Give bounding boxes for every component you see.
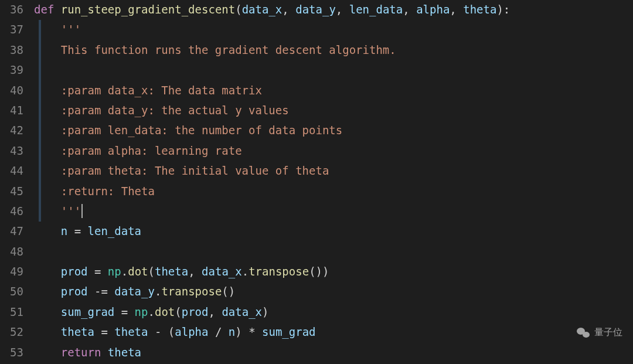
docstring-text: :param alpha: learning rate	[61, 144, 242, 157]
variable: sum_grad	[262, 325, 316, 338]
line-number: 49	[0, 262, 23, 282]
module: np	[108, 265, 121, 278]
line-number: 52	[0, 322, 23, 342]
variable: n	[229, 325, 235, 338]
code-editor[interactable]: 36 37 38 39 40 41 42 43 44 45 46 47 48 4…	[0, 0, 633, 364]
variable: alpha	[175, 325, 208, 338]
code-line[interactable]: '''	[34, 20, 633, 40]
line-number: 44	[0, 161, 23, 181]
variable: theta	[114, 325, 148, 338]
code-line[interactable]: return theta	[34, 343, 633, 363]
param: data_y	[295, 3, 336, 16]
variable: data_y	[114, 285, 155, 298]
line-number: 41	[0, 101, 23, 121]
variable: n	[61, 224, 67, 237]
param: alpha	[416, 3, 450, 16]
variable: theta	[61, 325, 94, 338]
code-line[interactable]: :param alpha: learning rate	[34, 141, 633, 161]
text-cursor	[81, 204, 83, 218]
code-line[interactable]: sum_grad = np.dot(prod, data_x)	[34, 302, 633, 322]
method: transpose	[161, 285, 222, 298]
docstring-text: :param data_x: The data matrix	[61, 84, 262, 97]
line-number: 36	[0, 0, 23, 20]
watermark-text: 量子位	[594, 324, 622, 341]
function-name: run_steep_gradient_descent	[61, 3, 235, 16]
keyword-def: def	[34, 3, 54, 16]
docstring-text: :param len_data: the number of data poin…	[61, 124, 342, 137]
docstring-open: '''	[61, 23, 81, 36]
docstring-text: :param data_y: the actual y values	[61, 104, 289, 117]
variable: prod	[61, 285, 88, 298]
line-number: 51	[0, 302, 23, 322]
variable: prod	[61, 265, 88, 278]
param: theta	[463, 3, 496, 16]
code-line[interactable]: :param data_x: The data matrix	[34, 81, 633, 101]
line-number: 43	[0, 141, 23, 161]
line-number: 48	[0, 242, 23, 262]
line-number: 39	[0, 60, 23, 80]
code-line[interactable]: n = len_data	[34, 222, 633, 241]
code-line[interactable]: prod -= data_y.transpose()	[34, 282, 633, 302]
line-number: 42	[0, 121, 23, 141]
code-line[interactable]: prod = np.dot(theta, data_x.transpose())	[34, 262, 633, 282]
module: np	[135, 305, 148, 318]
code-line[interactable]: :param len_data: the number of data poin…	[34, 121, 633, 141]
code-line[interactable]: This function runs the gradient descent …	[34, 40, 633, 60]
code-line[interactable]: theta = theta - (alpha / n) * sum_grad	[34, 322, 633, 342]
keyword-return: return	[61, 346, 101, 359]
docstring-text: :return: Theta	[61, 185, 155, 198]
param: len_data	[349, 3, 403, 16]
wechat-icon	[577, 327, 590, 338]
line-number: 38	[0, 40, 23, 60]
variable: data_x	[202, 265, 242, 278]
variable: theta	[155, 265, 188, 278]
line-number: 40	[0, 81, 23, 101]
watermark: 量子位	[577, 324, 622, 341]
code-area[interactable]: def run_steep_gradient_descent(data_x, d…	[32, 0, 633, 364]
code-line[interactable]	[34, 60, 633, 80]
line-number: 37	[0, 20, 23, 40]
code-line[interactable]: :param data_y: the actual y values	[34, 101, 633, 121]
code-line[interactable]	[34, 242, 633, 262]
variable: data_x	[222, 305, 262, 318]
code-line[interactable]: def run_steep_gradient_descent(data_x, d…	[34, 0, 633, 20]
docstring-text: :param theta: The initial value of theta	[61, 164, 329, 177]
variable: len_data	[88, 224, 142, 237]
param: data_x	[242, 3, 283, 16]
variable: prod	[182, 305, 209, 318]
code-line[interactable]: '''	[34, 202, 633, 222]
method: dot	[128, 265, 148, 278]
line-number: 45	[0, 182, 23, 202]
variable: theta	[108, 346, 141, 359]
line-number: 47	[0, 222, 23, 241]
code-line[interactable]: :return: Theta	[34, 182, 633, 202]
line-number-gutter: 36 37 38 39 40 41 42 43 44 45 46 47 48 4…	[0, 0, 32, 364]
variable: sum_grad	[61, 305, 115, 318]
method: transpose	[249, 265, 309, 278]
docstring-text: This function runs the gradient descent …	[61, 43, 396, 56]
docstring-close: '''	[61, 205, 81, 217]
fold-indicator	[39, 20, 41, 222]
line-number: 50	[0, 282, 23, 302]
line-number: 53	[0, 343, 23, 363]
line-number: 46	[0, 202, 23, 222]
method: dot	[155, 305, 175, 318]
code-line[interactable]: :param theta: The initial value of theta	[34, 161, 633, 181]
